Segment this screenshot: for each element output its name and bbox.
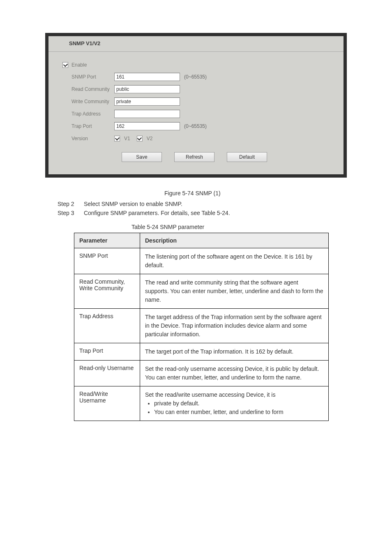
row-trap-port: Trap Port (0~65535)	[64, 120, 336, 132]
label-trap-port: Trap Port	[64, 123, 114, 129]
header-param: Parameter	[74, 233, 140, 248]
tab-header: SNMP V1/V2	[48, 36, 344, 52]
table-row: Trap Address The target address of the T…	[74, 309, 329, 343]
hint-snmp-port: (0~65535)	[184, 74, 207, 80]
cell-desc: Set the read-only username accessing Dev…	[140, 361, 329, 386]
check-icon	[137, 136, 142, 140]
cell-param: SNMP Port	[74, 248, 140, 274]
row-version: Version V1 V2	[64, 132, 336, 145]
label-v1: V1	[124, 136, 130, 141]
cell-param: Read/Write Username	[74, 386, 140, 421]
table-row: SNMP Port The listening port of the soft…	[74, 248, 329, 274]
caption-block: Figure 5-74 SNMP (1) Step 2 Select SNMP …	[82, 190, 347, 216]
input-trap-port[interactable]	[114, 122, 180, 130]
checkbox-v1[interactable]	[114, 136, 120, 141]
step3-tag: Step 3	[58, 210, 82, 216]
label-read-community: Read Community	[64, 86, 114, 92]
table-caption: Table 5-24 SNMP parameter	[131, 224, 392, 230]
cell-param: Trap Address	[74, 309, 140, 343]
refresh-button[interactable]: Refresh	[174, 152, 214, 162]
default-button[interactable]: Default	[227, 152, 267, 162]
label-snmp-port: SNMP Port	[64, 74, 114, 80]
cell-param: Read Community, Write Community	[74, 274, 140, 309]
save-button[interactable]: Save	[122, 152, 162, 162]
enable-label: Enable	[71, 62, 87, 68]
input-read-community[interactable]	[114, 85, 180, 93]
label-trap-address: Trap Address	[64, 111, 114, 117]
step2-tag: Step 2	[58, 201, 82, 207]
cell-desc-intro: Set the read/write username accessing De…	[145, 391, 275, 398]
enable-checkbox[interactable]	[62, 62, 68, 68]
tab-snmp-v1v2[interactable]: SNMP V1/V2	[48, 36, 111, 51]
row-write-community: Write Community	[64, 95, 336, 108]
config-panel: SNMP V1/V2 Enable SNMP Port (0~65535) Re…	[45, 33, 347, 178]
cell-desc: The listening port of the software agent…	[140, 248, 329, 274]
row-read-community: Read Community	[64, 83, 336, 95]
step3-text: Configure SNMP parameters. For details, …	[84, 210, 230, 216]
list-item: private by default.	[154, 399, 323, 408]
row-snmp-port: SNMP Port (0~65535)	[64, 71, 336, 83]
hint-trap-port: (0~65535)	[184, 123, 207, 129]
list-item: You can enter number, letter, and underl…	[154, 408, 323, 416]
table-header: Parameter Description	[74, 233, 329, 248]
step2-text: Select SNMP version to enable SNMP.	[84, 201, 182, 207]
check-icon	[63, 62, 67, 67]
label-v2: V2	[147, 136, 153, 141]
form-area: Enable SNMP Port (0~65535) Read Communit…	[48, 52, 344, 162]
cell-desc: The read and write community string that…	[140, 274, 329, 309]
cell-desc: The target port of the Trap information.…	[140, 343, 329, 361]
label-version: Version	[64, 136, 114, 141]
param-table: Parameter Description SNMP Port The list…	[74, 233, 329, 421]
cell-desc: Set the read/write username accessing De…	[140, 386, 329, 421]
label-write-community: Write Community	[64, 99, 114, 104]
cell-desc: The target address of the Trap informati…	[140, 309, 329, 343]
table-row: Read/Write Username Set the read/write u…	[74, 386, 329, 421]
cell-param: Read-only Username	[74, 361, 140, 386]
input-write-community[interactable]	[114, 97, 180, 106]
header-desc: Description	[140, 233, 329, 248]
button-row: Save Refresh Default	[122, 152, 336, 162]
figure-caption: Figure 5-74 SNMP (1)	[164, 190, 347, 197]
table-row: Trap Port The target port of the Trap in…	[74, 343, 329, 361]
input-snmp-port[interactable]	[114, 73, 180, 81]
table-row: Read-only Username Set the read-only use…	[74, 361, 329, 386]
table-row: Read Community, Write Community The read…	[74, 274, 329, 309]
checkbox-v2[interactable]	[137, 136, 143, 141]
enable-row: Enable	[62, 59, 336, 71]
row-trap-address: Trap Address	[64, 108, 336, 120]
input-trap-address[interactable]	[114, 110, 180, 118]
check-icon	[115, 136, 119, 140]
cell-param: Trap Port	[74, 343, 140, 361]
